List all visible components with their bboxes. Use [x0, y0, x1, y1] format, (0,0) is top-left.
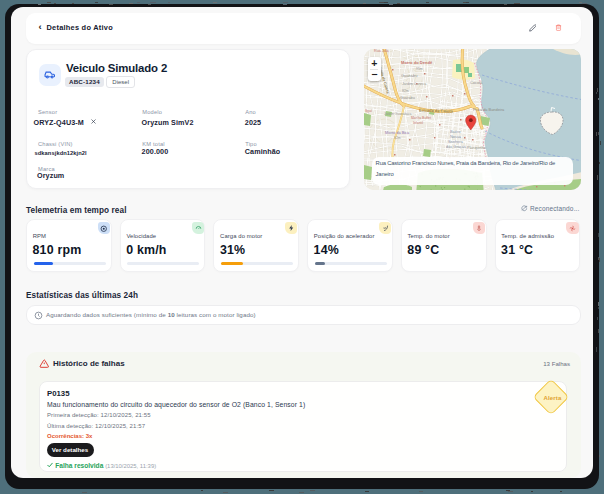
svg-text:Praia da Bandeira: Praia da Bandeira — [473, 107, 505, 112]
svg-text:Morro da Bica: Morro da Bica — [385, 130, 410, 135]
svg-text:82m: 82m — [402, 89, 409, 93]
svg-text:das Graças: das Graças — [446, 144, 466, 149]
svg-text:82m: 82m — [394, 136, 401, 140]
svg-text:Morro do Dendê: Morro do Dendê — [401, 60, 433, 65]
svg-text:Guanabu: Guanabu — [401, 73, 417, 78]
svg-text:Rua Jala: Rua Jala — [374, 49, 390, 53]
svg-text:Cocotá: Cocotá — [470, 80, 483, 85]
svg-text:Infantil: Infantil — [413, 120, 423, 124]
svg-text:Jardim Guanabara: Jardim Guanabara — [384, 112, 411, 116]
svg-text:Ilguí: Ilguí — [365, 109, 372, 113]
svg-text:Jardim Caneca: Jardim Caneca — [402, 82, 426, 86]
svg-text:Marília Buffet: Marília Buffet — [411, 116, 431, 120]
svg-text:Guarabu: Guarabu — [400, 96, 415, 100]
svg-text:95m: 95m — [416, 66, 423, 70]
svg-text:Planquinho: Planquinho — [467, 146, 485, 150]
